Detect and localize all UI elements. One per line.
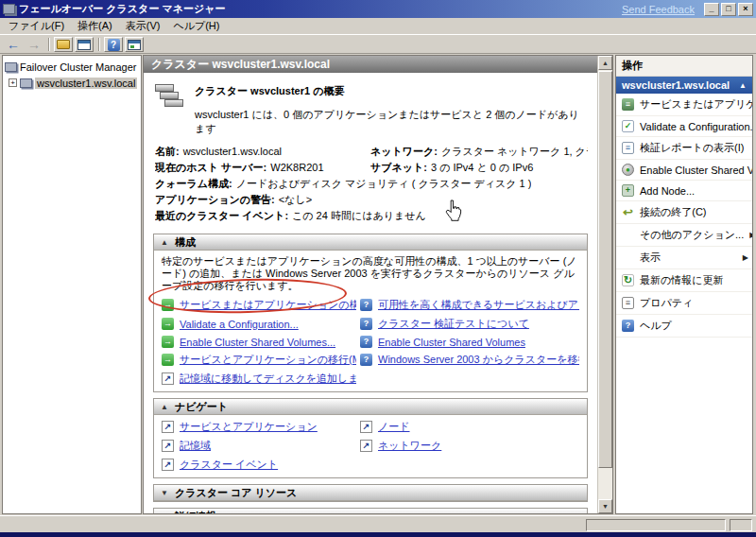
actions-pane-title: 操作 (616, 56, 752, 77)
tree-node-wsvcluster1[interactable]: + wsvcluster1.wsv.local (5, 75, 139, 91)
section-core-resources: ▼ クラスター コア リソース (153, 484, 588, 502)
shared-volume-disk-icon: ● (622, 164, 634, 176)
menu-help[interactable]: ヘルプ(H) (166, 17, 226, 35)
action-close-connection[interactable]: ↩ 接続の終了(C) (616, 201, 752, 224)
help-toolbar-button[interactable]: ? (104, 37, 123, 52)
action-more-actions[interactable]: その他のアクション... ▶ (616, 224, 752, 247)
show-action-pane-button[interactable] (125, 37, 144, 52)
nav-services-applications[interactable]: ↗ サービスとアプリケーション (162, 420, 356, 434)
collapse-icon: ▼ (161, 489, 168, 497)
action-label: Add Node... (640, 185, 695, 197)
action-configure-service[interactable]: ≡ サービスまたはアプリケーショ... (616, 94, 752, 116)
link-migrate-services[interactable]: → サービスとアプリケーションの移行(M)... (162, 353, 356, 367)
link-enable-cluster-shared-volumes[interactable]: → Enable Cluster Shared Volumes... (162, 336, 356, 348)
app-icon (3, 4, 15, 14)
scroll-up-button[interactable]: ▲ (598, 56, 612, 70)
action-label: 検証レポートの表示(I) (640, 141, 744, 155)
nav-nodes[interactable]: ↗ ノード (360, 420, 579, 434)
up-one-level-button[interactable] (54, 37, 73, 52)
help-high-availability-services[interactable]: ? 可用性を高く構成できるサービスおよびアプリケーション (360, 298, 579, 312)
scrollbar-thumb[interactable] (598, 71, 612, 468)
vertical-scrollbar[interactable]: ▲ ▼ (597, 56, 612, 513)
add-node-icon: + (622, 184, 634, 197)
action-label: ヘルプ (640, 319, 672, 333)
navigate-icon: ↗ (360, 421, 372, 433)
link-validate-configuration[interactable]: → Validate a Configuration... (162, 317, 356, 331)
info-network-value: クラスター ネットワーク 1, クラスター ネットワーク ... (441, 144, 588, 160)
cluster-icon (20, 78, 32, 88)
help-migrate-from-ws2003[interactable]: ? Windows Server 2003 からクラスターを移行する (360, 353, 579, 367)
action-label: サービスまたはアプリケーショ... (640, 97, 752, 112)
link-label: サービスまたはアプリケーションの構成(S)... (180, 298, 356, 312)
action-label: 接続の終了(C) (640, 205, 707, 219)
help-icon: ? (360, 336, 372, 348)
report-document-icon: ≡ (622, 142, 634, 154)
folder-icon (57, 40, 70, 49)
section-configure-header[interactable]: ▲ 構成 (154, 234, 587, 251)
nav-cluster-events[interactable]: ↗ クラスター イベント (162, 458, 356, 472)
action-enable-cluster-shared-volumes[interactable]: ● Enable Cluster Shared V... (616, 160, 752, 181)
grid-filler (360, 458, 579, 472)
link-label: Enable Cluster Shared Volumes (378, 337, 525, 348)
info-events-label: 最近のクラスター イベント: (155, 208, 288, 224)
actions-group-wsvcluster1[interactable]: wsvcluster1.wsv.local ▲ (616, 77, 752, 94)
minimize-button[interactable]: _ (704, 3, 719, 16)
info-warn-value: <なし> (279, 192, 312, 208)
action-add-node[interactable]: + Add Node... (616, 181, 752, 201)
actions-pane: 操作 wsvcluster1.wsv.local ▲ ≡ サービスまたはアプリケ… (615, 55, 753, 514)
validate-check-icon: ✓ (622, 120, 634, 132)
failover-cluster-manager-window: { "ui": { "collapse_up": "▲", "collapse_… (0, 0, 756, 537)
section-more-information: ▲ 詳細情報 e Web 上のフェールオーバー クラスター トピック e Web… (153, 508, 588, 514)
collapse-icon: ▲ (161, 403, 168, 411)
action-properties[interactable]: ≡ プロパティ (616, 292, 752, 315)
collapse-icon: ▲ (161, 238, 168, 247)
help-cluster-validation-tests[interactable]: ? クラスター 検証テストについて (360, 317, 579, 331)
tree-root-failover-cluster-manager[interactable]: Failover Cluster Manager (5, 59, 139, 75)
info-host-server: 現在のホスト サーバー: W2K8R201 (155, 160, 370, 176)
menu-action[interactable]: 操作(A) (71, 17, 119, 35)
link-label: クラスター イベント (180, 458, 278, 472)
help-enable-cluster-shared-volumes[interactable]: ? Enable Cluster Shared Volumes (360, 336, 579, 348)
cluster-info: 名前: wsvcluster1.wsv.local ネットワーク: クラスター … (155, 144, 588, 224)
window-frame-bottom (0, 532, 756, 537)
section-more-information-header[interactable]: ▲ 詳細情報 (154, 509, 587, 514)
expand-icon[interactable]: + (9, 78, 17, 87)
green-arrow-icon: → (162, 336, 174, 348)
green-arrow-icon: → (162, 318, 174, 330)
nav-storage[interactable]: ↗ 記憶域 (162, 439, 356, 453)
action-validate-configuration[interactable]: ✓ Validate a Configuration... (616, 116, 752, 137)
back-button[interactable]: ← (4, 37, 23, 52)
action-label: Enable Cluster Shared V... (640, 165, 752, 176)
scroll-down-button[interactable]: ▼ (598, 499, 612, 513)
close-button[interactable]: × (738, 3, 753, 16)
help-icon: ? (360, 299, 372, 311)
navigate-icon: ↗ (162, 440, 174, 452)
maximize-button[interactable]: □ (721, 3, 736, 16)
help-icon: ? (360, 318, 372, 330)
info-subnet-value: 3 の IPv4 と 0 の IPv6 (431, 160, 533, 176)
link-configure-service[interactable]: → サービスまたはアプリケーションの構成(S)... (162, 298, 356, 312)
link-label: クラスター 検証テストについて (378, 317, 529, 331)
nav-networks[interactable]: ↗ ネットワーク (360, 439, 579, 453)
action-help[interactable]: ? ヘルプ (616, 315, 752, 338)
configure-links: → サービスまたはアプリケーションの構成(S)... ? 可用性を高く構成できる… (162, 298, 579, 386)
section-core-resources-header[interactable]: ▼ クラスター コア リソース (154, 485, 587, 501)
show-console-tree-button[interactable] (75, 37, 94, 52)
link-goto-storage-add-disk[interactable]: ↗ 記憶域に移動してディスクを追加します (162, 372, 356, 386)
menu-view[interactable]: 表示(V) (119, 17, 167, 35)
send-feedback-link[interactable]: Send Feedback (622, 4, 695, 15)
link-label: 記憶域 (180, 439, 211, 453)
section-core-resources-title: クラスター コア リソース (175, 486, 297, 500)
services-app-icon: ≡ (622, 98, 634, 111)
submenu-arrow-icon: ▶ (743, 253, 748, 262)
overview-title: クラスター wsvcluster1 の概要 (195, 84, 588, 98)
menu-bar: ファイル(F) 操作(A) 表示(V) ヘルプ(H) (0, 18, 756, 35)
cluster-manager-icon (5, 62, 17, 72)
forward-button[interactable]: → (25, 37, 43, 52)
section-navigate-header[interactable]: ▲ ナビゲート (154, 399, 587, 415)
action-view-validation-report[interactable]: ≡ 検証レポートの表示(I) (616, 137, 752, 160)
action-view[interactable]: 表示 ▶ (616, 247, 752, 269)
menu-file[interactable]: ファイル(F) (2, 17, 71, 35)
action-refresh[interactable]: ↻ 最新の情報に更新 (616, 269, 752, 292)
info-network: ネットワーク: クラスター ネットワーク 1, クラスター ネットワーク ... (370, 144, 588, 160)
